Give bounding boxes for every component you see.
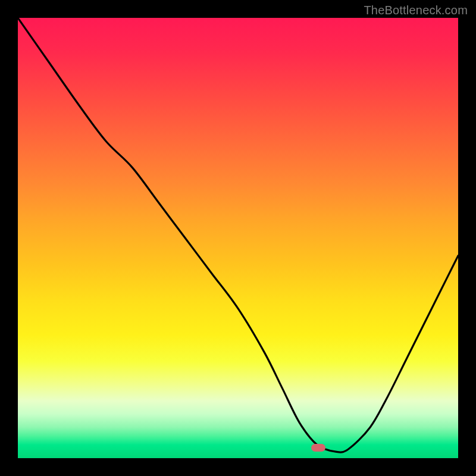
plot-area	[18, 18, 458, 458]
chart-frame: TheBottleneck.com	[0, 0, 476, 476]
watermark-text: TheBottleneck.com	[364, 4, 468, 17]
bottleneck-curve	[18, 18, 458, 458]
optimal-marker	[311, 444, 325, 452]
